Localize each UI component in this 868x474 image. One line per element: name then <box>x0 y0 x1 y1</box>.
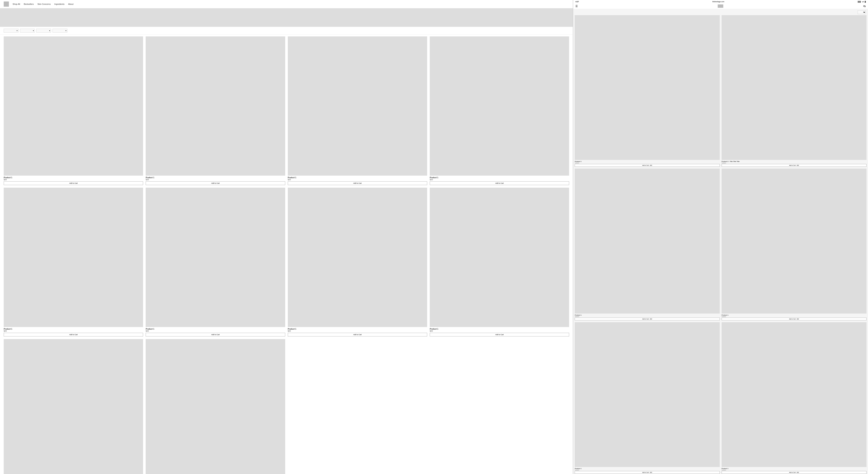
mobile-product-name: Product 1 <box>575 314 719 316</box>
add-to-cart-button[interactable]: Add to Cart <box>288 181 427 185</box>
mobile-add-to-cart-button[interactable]: Add to Cart - $32 <box>722 164 867 167</box>
add-to-cart-button[interactable]: Add to Cart <box>430 333 569 336</box>
filter-select-2[interactable] <box>20 29 35 33</box>
mobile-products-grid: Product 1 Subtext Add to Cart - $32 Prod… <box>573 15 868 474</box>
product-image <box>4 339 143 474</box>
mobile-product-card: Product 1 Subtext Add to Cart - $32 <box>575 15 719 167</box>
product-image <box>288 188 427 327</box>
mobile-add-to-cart-button[interactable]: Add to Cart - $32 <box>722 471 867 474</box>
filter-wrapper-2 <box>20 29 35 33</box>
mobile-product-card: Product 1 Subtext Add to Cart - $32 <box>722 169 867 320</box>
product-name: Product 1 <box>4 328 143 330</box>
logo[interactable] <box>4 1 9 7</box>
mobile-product-image <box>722 15 867 160</box>
desktop-product-card: Product 1 $20 Add to Cart <box>288 36 427 185</box>
add-to-cart-button[interactable]: Add to Cart <box>4 333 143 336</box>
mobile-product-image <box>575 169 719 313</box>
desktop-product-card: Product 1 $20 Add to Cart <box>430 36 569 185</box>
mobile-filter-wrapper <box>858 10 866 14</box>
mobile-product-card: Product 2 - Title Title Title Subtext. A… <box>722 15 867 167</box>
mobile-product-subtext: Subtext <box>575 316 719 317</box>
filter-select-1[interactable] <box>4 29 19 33</box>
mobile-product-name: Product 2 - Title Title Title <box>722 161 867 162</box>
filter-select-4[interactable] <box>53 29 67 33</box>
desktop-hero-banner <box>0 8 573 27</box>
mobile-product-image <box>575 322 719 467</box>
product-price: $20 <box>288 178 427 181</box>
mobile-product-card: Product 1 Subtext Add to Cart - $32 <box>575 322 719 474</box>
add-to-cart-button[interactable]: Add to Cart <box>4 181 143 185</box>
mobile-logo[interactable] <box>718 4 723 8</box>
filter-wrapper-3 <box>36 29 51 33</box>
hamburger-icon[interactable]: ☰ <box>576 5 578 8</box>
product-image <box>146 36 285 176</box>
mobile-add-to-cart-button[interactable]: Add to Cart - $32 <box>575 317 719 320</box>
nav-about[interactable]: About <box>68 3 73 5</box>
nav-links: Shop All Bestsellers Skin Concerns Ingre… <box>12 3 73 5</box>
product-image <box>146 339 285 474</box>
product-price: $20 <box>288 330 427 332</box>
mobile-product-name: Product 1 <box>575 468 719 469</box>
mobile-view: 4:27 theheritage.com ▌▌▌ wifi ▓ ☰ 🛍 Prod… <box>573 0 868 474</box>
mobile-nav: ☰ 🛍 <box>573 3 868 9</box>
product-name: Product 1 <box>146 176 285 178</box>
desktop-product-card: Product 1 $20 Add to Cart <box>430 188 569 336</box>
product-image <box>146 188 285 327</box>
product-name: Product 1 <box>288 176 427 178</box>
product-price: $20 <box>4 330 143 332</box>
add-to-cart-button[interactable]: Add to Cart <box>430 181 569 185</box>
filter-wrapper-4 <box>53 29 67 33</box>
mobile-product-subtext: Subtext <box>575 469 719 471</box>
add-to-cart-button[interactable]: Add to Cart <box>146 181 285 185</box>
desktop-view: Shop All Bestsellers Skin Concerns Ingre… <box>0 0 573 474</box>
mobile-filter-select[interactable] <box>858 10 866 14</box>
mobile-product-subtext: Subtext <box>722 469 867 471</box>
product-price: $20 <box>4 178 143 181</box>
product-name: Product 1 <box>430 328 569 330</box>
nav-skin-concerns[interactable]: Skin Concerns <box>37 3 51 5</box>
desktop-nav: Shop All Bestsellers Skin Concerns Ingre… <box>0 0 573 8</box>
mobile-product-image <box>575 15 719 160</box>
nav-bestsellers[interactable]: Bestsellers <box>24 3 34 5</box>
mobile-status-icons: ▌▌▌ wifi ▓ <box>858 1 866 3</box>
product-name: Product 1 <box>430 176 569 178</box>
desktop-filters <box>0 27 573 35</box>
desktop-product-card: Product 1 $20 Add to Cart <box>4 339 143 474</box>
mobile-product-image <box>722 322 867 467</box>
mobile-product-name: Product 1 <box>575 161 719 162</box>
mobile-time: 4:27 <box>576 1 579 3</box>
product-image <box>4 188 143 327</box>
desktop-product-card: Product 1 $20 Add to Cart <box>146 188 285 336</box>
desktop-product-card: Product 1 $20 Add to Cart <box>4 188 143 336</box>
add-to-cart-button[interactable]: Add to Cart <box>146 333 285 336</box>
wifi-icon: wifi <box>862 1 864 3</box>
product-image <box>4 36 143 176</box>
product-name: Product 1 <box>4 176 143 178</box>
mobile-product-name: Product 1 <box>722 468 867 469</box>
desktop-product-card: Product 1 $20 Add to Cart <box>146 36 285 185</box>
mobile-product-name: Product 1 <box>722 314 867 316</box>
desktop-product-card: Product 1 $20 Add to Cart <box>146 339 285 474</box>
desktop-product-card: Product 1 $20 Add to Cart <box>4 36 143 185</box>
mobile-filter <box>573 9 868 15</box>
nav-ingredients[interactable]: Ingredients <box>54 3 64 5</box>
mobile-add-to-cart-button[interactable]: Add to Cart - $32 <box>575 471 719 474</box>
product-image <box>288 36 427 176</box>
filter-select-3[interactable] <box>36 29 51 33</box>
product-price: $20 <box>146 330 285 332</box>
signal-icon: ▌▌▌ <box>858 1 861 3</box>
desktop-products-grid: Product 1 $20 Add to Cart Product 1 $20 … <box>0 35 573 474</box>
mobile-add-to-cart-button[interactable]: Add to Cart - $32 <box>722 317 867 320</box>
product-name: Product 1 <box>288 328 427 330</box>
product-image <box>430 188 569 327</box>
nav-shop-all[interactable]: Shop All <box>12 3 20 5</box>
mobile-domain: theheritage.com <box>712 1 724 3</box>
product-price: $20 <box>146 178 285 181</box>
cart-icon[interactable]: 🛍 <box>863 5 866 8</box>
filter-wrapper-1 <box>4 29 19 33</box>
mobile-product-image <box>722 169 867 313</box>
battery-icon: ▓ <box>865 1 866 3</box>
add-to-cart-button[interactable]: Add to Cart <box>288 333 427 336</box>
mobile-add-to-cart-button[interactable]: Add to Cart - $32 <box>575 164 719 167</box>
mobile-status-bar: 4:27 theheritage.com ▌▌▌ wifi ▓ <box>573 0 868 3</box>
